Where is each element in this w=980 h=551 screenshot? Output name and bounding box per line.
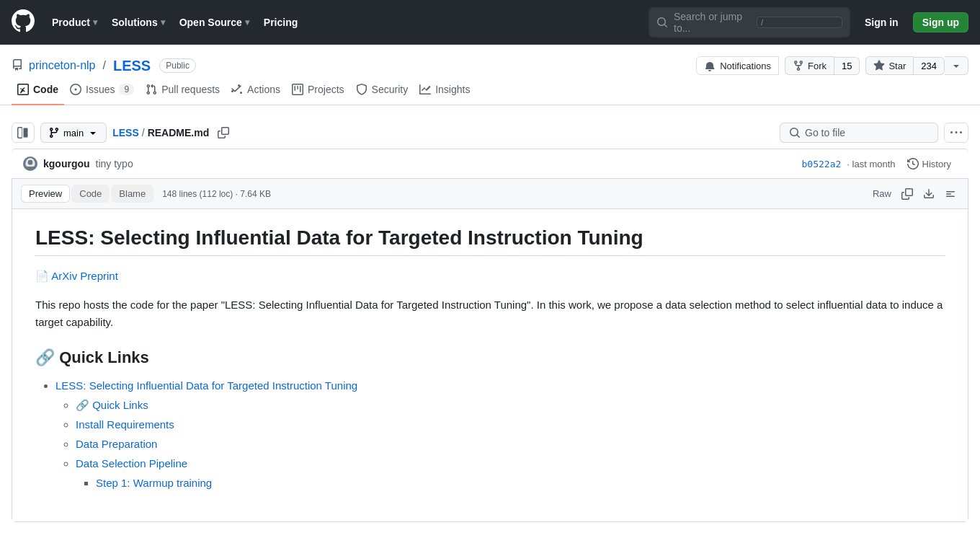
open-source-arrow: ▾	[245, 17, 249, 27]
repo-type-icon	[12, 59, 23, 73]
tab-actions[interactable]: Actions	[226, 75, 286, 105]
list-icon	[945, 188, 956, 200]
arxiv-link[interactable]: ArXiv Preprint	[51, 270, 118, 282]
readme-description: This repo hosts the code for the paper "…	[35, 296, 945, 331]
toc-link-install[interactable]: Install Requirements	[76, 418, 174, 431]
file-viewer: Preview Code Blame 148 lines (112 loc) ·…	[12, 179, 968, 522]
sidebar-toggle-button[interactable]	[12, 123, 35, 143]
repo-name-link[interactable]: LESS	[113, 58, 151, 74]
github-logo[interactable]	[12, 9, 35, 35]
history-button[interactable]: History	[901, 155, 957, 172]
toc-link-main[interactable]: LESS: Selecting Influential Data for Tar…	[55, 379, 357, 392]
notifications-button[interactable]: Notifications	[696, 56, 779, 75]
star-label: Star	[888, 61, 906, 71]
nav-open-source[interactable]: Open Source ▾	[174, 12, 255, 32]
view-tabs-left: Preview Code Blame 148 lines (112 loc) ·…	[21, 185, 271, 203]
star-plus-button[interactable]	[945, 56, 968, 75]
go-to-file-placeholder: Go to file	[805, 127, 845, 138]
blame-tab[interactable]: Blame	[111, 185, 153, 203]
go-to-file-input[interactable]: Go to file	[780, 123, 938, 143]
avatar-image	[23, 157, 37, 171]
clock-icon	[907, 158, 919, 169]
toc-link-data-prep[interactable]: Data Preparation	[76, 438, 157, 450]
star-button[interactable]: Star	[865, 56, 914, 75]
tab-issues-label: Issues	[86, 84, 115, 95]
main-nav: Product ▾ Solutions ▾ Open Source ▾ Pric…	[46, 12, 303, 32]
tab-code[interactable]: Code	[12, 75, 64, 105]
commit-author-avatar	[23, 157, 37, 171]
commit-time: · last month	[847, 159, 895, 169]
file-header-right: Go to file	[780, 123, 968, 143]
commit-author-link[interactable]: kgourgou	[43, 158, 90, 169]
toc-link-quick-links[interactable]: 🔗 Quick Links	[76, 399, 148, 411]
history-label: History	[922, 159, 951, 169]
code-tab[interactable]: Code	[71, 185, 110, 203]
solutions-arrow: ▾	[161, 17, 165, 27]
star-group: Star 234	[865, 56, 968, 75]
list-item: Install Requirements	[76, 415, 945, 434]
search-placeholder: Search or jump to...	[674, 11, 751, 34]
copy-icon	[218, 127, 229, 138]
security-icon	[356, 84, 368, 95]
breadcrumb-separator: /	[142, 127, 145, 138]
toc-link-data-selection[interactable]: Data Selection Pipeline	[76, 457, 187, 470]
fork-group: Fork 15	[785, 56, 860, 75]
projects-icon	[292, 84, 303, 95]
jump-to-line-button[interactable]	[942, 185, 959, 203]
toc-list: LESS: Selecting Influential Data for Tar…	[35, 376, 945, 493]
preview-tab[interactable]: Preview	[21, 185, 70, 203]
repo-tabs: Code Issues 9 Pull requests Actions Proj…	[0, 75, 980, 105]
star-icon	[873, 60, 885, 71]
fork-icon	[793, 60, 804, 71]
tab-pull-requests[interactable]: Pull requests	[140, 75, 226, 105]
more-options-button[interactable]	[944, 123, 968, 143]
readme-title: LESS: Selecting Influential Data for Tar…	[35, 226, 945, 256]
file-view-tabs: Preview Code Blame 148 lines (112 loc) ·…	[12, 179, 968, 209]
sidebar-icon	[17, 127, 29, 138]
issues-count: 9	[119, 84, 134, 95]
branch-name: main	[63, 128, 84, 138]
tab-issues[interactable]: Issues 9	[64, 75, 140, 105]
tab-security[interactable]: Security	[350, 75, 414, 105]
fork-count-button[interactable]: 15	[834, 57, 860, 75]
breadcrumb-repo-link[interactable]: LESS	[112, 127, 139, 138]
header-left: Product ▾ Solutions ▾ Open Source ▾ Pric…	[12, 9, 303, 35]
commit-right: b0522a2 · last month History	[802, 155, 957, 172]
list-item: LESS: Selecting Influential Data for Tar…	[55, 376, 945, 493]
copy-path-button[interactable]	[215, 124, 232, 141]
actions-icon	[231, 84, 243, 95]
nav-solutions[interactable]: Solutions ▾	[106, 12, 171, 32]
repo-header: princeton-nlp / LESS Public Notification…	[0, 45, 980, 75]
notifications-group: Notifications	[696, 56, 779, 75]
branch-selector[interactable]: main	[40, 123, 107, 143]
commit-row: kgourgou tiny typo b0522a2 · last month …	[12, 149, 968, 179]
list-item: 🔗 Quick Links	[76, 395, 945, 415]
download-icon	[923, 188, 935, 200]
tab-projects[interactable]: Projects	[286, 75, 350, 105]
download-button[interactable]	[920, 185, 937, 203]
fork-button[interactable]: Fork	[785, 56, 834, 75]
toc-link-warmup[interactable]: Step 1: Warmup training	[96, 477, 212, 489]
search-bar[interactable]: Search or jump to... /	[649, 7, 850, 38]
sign-in-button[interactable]: Sign in	[856, 12, 907, 32]
quick-links-emoji: 🔗	[35, 348, 55, 366]
star-count-button[interactable]: 234	[914, 57, 945, 75]
tab-insights[interactable]: Insights	[414, 75, 476, 105]
bell-icon	[704, 60, 716, 71]
repo-owner-link[interactable]: princeton-nlp	[29, 59, 96, 72]
go-to-file-search-icon	[789, 127, 801, 138]
toc-subsublist: Step 1: Warmup training	[76, 473, 945, 493]
copy-raw-button[interactable]	[899, 185, 916, 203]
nav-product[interactable]: Product ▾	[46, 12, 103, 32]
fork-label: Fork	[808, 61, 827, 71]
commit-sha-link[interactable]: b0522a2	[802, 159, 842, 169]
sign-up-button[interactable]: Sign up	[913, 12, 968, 32]
readme-content: LESS: Selecting Influential Data for Tar…	[12, 209, 968, 521]
insights-icon	[419, 84, 431, 95]
issue-icon	[70, 84, 81, 95]
paper-emoji: 📄	[35, 270, 49, 282]
readme-arxiv-line: 📄 ArXiv Preprint	[35, 268, 945, 285]
nav-pricing[interactable]: Pricing	[258, 12, 303, 32]
kebab-icon	[950, 127, 962, 138]
raw-button[interactable]: Raw	[870, 185, 894, 202]
